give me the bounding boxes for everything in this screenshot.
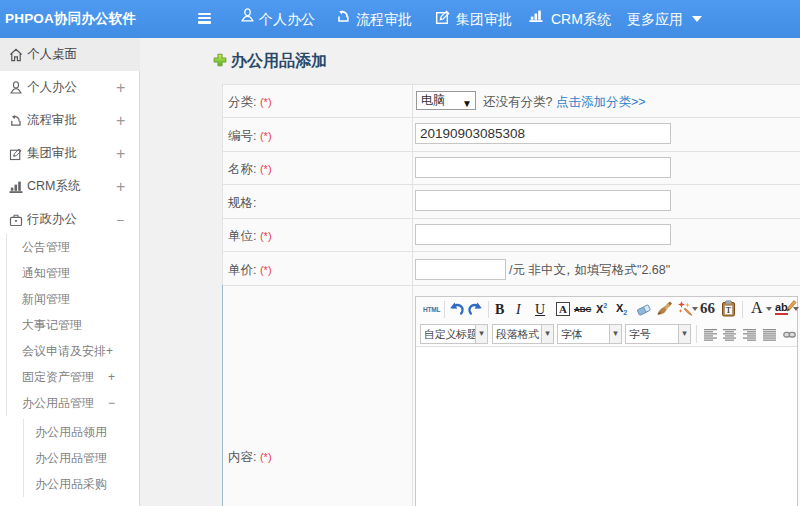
svg-text:T: T: [726, 306, 732, 315]
